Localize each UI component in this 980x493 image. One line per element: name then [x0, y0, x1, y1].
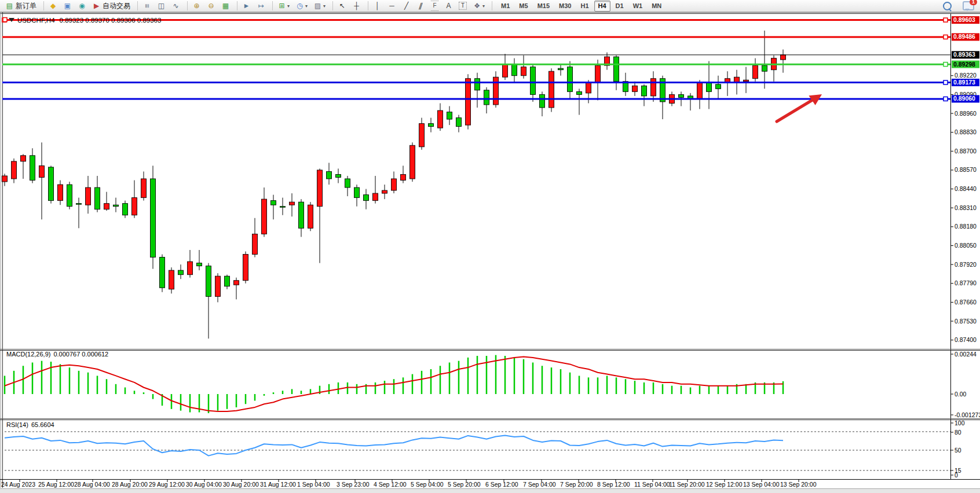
timeframe-h4-button[interactable]: H4 [594, 1, 610, 12]
candle-body [540, 94, 545, 108]
chat-icon[interactable]: 1 [963, 1, 974, 10]
timeframe-m1-button[interactable]: M1 [497, 1, 514, 12]
toolbar-separator [134, 1, 138, 10]
horizontal-line-icon: ─ [387, 1, 396, 10]
price-tick-label: 0.88440 [955, 185, 977, 192]
price-tick-label: 0.87920 [955, 261, 977, 268]
line-handle[interactable] [944, 80, 948, 84]
bar-chart-button[interactable]: ≡ [140, 0, 153, 12]
periods-button[interactable]: ◷▾ [293, 0, 310, 12]
equidistant-channel-button[interactable]: ∥ [414, 0, 427, 12]
line-handle[interactable] [3, 18, 7, 22]
line-handle[interactable] [944, 18, 948, 22]
open-profile-button[interactable]: ▣ [61, 0, 74, 12]
timeframe-m15-button[interactable]: M15 [533, 1, 554, 12]
open-profile-icon: ▣ [63, 1, 72, 10]
candle-body [308, 205, 313, 228]
fibonacci-icon: F [431, 1, 438, 11]
signals-icon: ◉ [78, 1, 86, 10]
price-tick-label: 0.87790 [955, 279, 977, 286]
price-badge-label: 0.89298 [953, 61, 975, 68]
time-label: 28 Aug 20:00 [112, 481, 148, 488]
svg-text:MACD(12,26,9)0.000767 0.000612: MACD(12,26,9)0.000767 0.000612 [6, 351, 108, 358]
candle-body [595, 65, 601, 83]
candle-body [253, 234, 258, 254]
horizontal-line-button[interactable]: ─ [385, 0, 398, 12]
candle-body [503, 64, 508, 78]
periods-icon: ◷ [295, 1, 304, 10]
timeframe-w1-button[interactable]: W1 [629, 1, 647, 12]
timeframe-m30-button[interactable]: M30 [555, 1, 575, 12]
rsi-axis-label: 80 [955, 429, 961, 436]
candle-body [141, 179, 147, 198]
candle-body [456, 118, 462, 127]
time-label: 4 Sep 12:00 [374, 481, 407, 488]
candle-body [49, 167, 54, 201]
signals-button[interactable]: ◉ [75, 0, 89, 12]
toolbar-separator [329, 1, 333, 10]
candle-body [21, 156, 26, 161]
candle-body [475, 79, 480, 90]
candle-body [169, 270, 174, 289]
text-label-button[interactable]: T [456, 0, 469, 12]
zoom-out-icon: ⊖ [207, 1, 215, 10]
candle-body [151, 179, 156, 257]
price-tick-label: 0.88830 [955, 128, 977, 135]
templates-button[interactable]: ▨▾ [311, 0, 328, 12]
vertical-line-icon: │ [373, 1, 382, 10]
svg-text:USDCHF,H40.89323 0.89370 0.893: USDCHF,H40.89323 0.89370 0.89306 0.89363 [17, 17, 161, 24]
candle-body [178, 270, 184, 275]
price-tick-label: 0.87400 [955, 336, 977, 343]
price-tick-label: 0.88700 [955, 148, 977, 154]
new-order-button[interactable]: ▤新订单 [3, 0, 39, 12]
candle-body [262, 199, 267, 234]
trendline-button[interactable]: ╱ [400, 0, 413, 12]
styler-button[interactable]: ◆ [46, 0, 60, 12]
tile-windows-button[interactable]: ▦ [219, 0, 232, 12]
candle-body [493, 77, 499, 105]
text-button[interactable]: A [442, 0, 455, 12]
timeframe-d1-button[interactable]: D1 [612, 1, 628, 12]
toolbar-separator [184, 1, 188, 10]
candle-body [419, 124, 425, 147]
line-handle[interactable] [944, 62, 948, 67]
chart-shift-button[interactable]: ↦ [254, 0, 268, 12]
search-icon [943, 2, 952, 10]
templates-icon: ▨ [313, 1, 322, 10]
auto-scroll-button[interactable]: ► [240, 0, 253, 12]
cursor-button[interactable]: ↖ [335, 0, 349, 12]
autotrading-button[interactable]: ▶自动交易 [90, 0, 133, 12]
line-handle[interactable] [944, 35, 948, 39]
chart-ohlc-values: 0.89323 0.89370 0.89306 0.89363 [60, 17, 162, 24]
line-chart-button[interactable]: ∿ [169, 0, 182, 12]
candle-body [716, 84, 721, 89]
equidistant-channel-icon: ∥ [415, 1, 426, 10]
crosshair-button[interactable]: ┼ [350, 0, 363, 12]
arrows-button[interactable]: ❖▾ [470, 0, 487, 12]
candle-body [317, 170, 323, 207]
candle-body [753, 65, 758, 79]
candle-body [438, 111, 443, 128]
time-label: 29 Aug 12:00 [149, 481, 185, 488]
zoom-in-button[interactable]: ⊕ [190, 0, 203, 12]
timeframe-m5-button[interactable]: M5 [515, 1, 532, 12]
macd-axis-label: -0.001273 [955, 411, 980, 418]
candle-body [30, 156, 35, 181]
candle-body [345, 179, 350, 187]
vertical-line-button[interactable]: │ [371, 0, 384, 12]
timeframe-mn-button[interactable]: MN [648, 1, 665, 12]
timeframe-h1-button[interactable]: H1 [576, 1, 593, 12]
candle-body [632, 86, 638, 91]
fibonacci-button[interactable]: F [429, 0, 441, 12]
line-handle[interactable] [944, 97, 948, 101]
price-tick-label: 0.88960 [955, 110, 977, 117]
time-label: 8 Sep 12:00 [597, 481, 630, 488]
candlestick-chart-button[interactable]: ◫ [155, 0, 168, 12]
candle-body [58, 185, 63, 201]
search-button[interactable] [941, 0, 954, 12]
zoom-in-icon: ⊕ [192, 1, 201, 10]
indicators-button[interactable]: ⊞▾ [275, 0, 292, 12]
chart-window[interactable]: 0.892200.890900.889600.888300.887000.885… [0, 12, 980, 493]
zoom-out-button[interactable]: ⊖ [204, 0, 218, 12]
price-badge-label: 0.89486 [953, 33, 975, 40]
